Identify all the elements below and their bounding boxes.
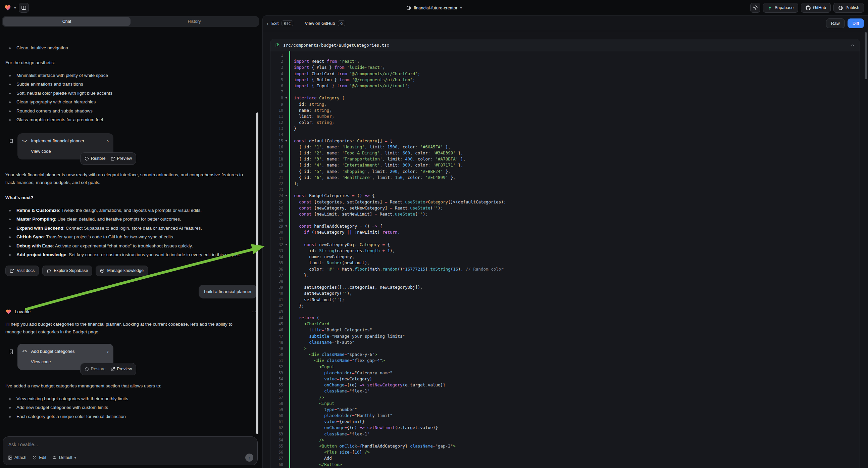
code-line: 13} — [271, 125, 860, 131]
bullet-item: Each category gets a unique color for vi… — [5, 412, 250, 421]
send-button[interactable]: ↑ — [245, 454, 253, 462]
code-line: 42 }; — [271, 303, 860, 309]
chevron-right-icon: › — [107, 348, 109, 355]
restore-button[interactable]: Restore — [85, 365, 106, 373]
bullet-list: Clean, intuitive navigation — [5, 43, 257, 53]
visit-docs-button[interactable]: Visit docs — [5, 266, 39, 276]
collapse-chevron-up-icon[interactable] — [850, 43, 855, 48]
code-line: 15▼const defaultCategories: Category[] =… — [271, 138, 860, 144]
code-line: 28 — [271, 217, 860, 223]
code-line: 11 limit: number; — [271, 114, 860, 119]
suggestion-chips: Visit docs Explore Supabase Manage knowl… — [5, 266, 257, 276]
code-line: 39 setCategories([...categories, newCate… — [271, 284, 860, 290]
manage-knowledge-button[interactable]: Manage knowledge — [96, 266, 148, 276]
logo-chevron-down-icon[interactable]: ▾ — [14, 6, 16, 10]
chat-history-tabs: Chat History — [2, 16, 259, 27]
code-line: 16 { id: '1', name: 'Housing', limit: 15… — [271, 144, 860, 150]
code-line: 14 — [271, 131, 860, 138]
restore-button[interactable]: Restore — [85, 155, 106, 163]
settings-button[interactable] — [750, 3, 760, 13]
esc-key-badge: ESC — [281, 21, 293, 26]
code-line: 24▼const BudgetCategories = () => { — [271, 193, 860, 199]
code-panel-scrollbar[interactable] — [865, 32, 867, 79]
project-switcher[interactable]: financial-future-creator ▾ — [406, 0, 462, 16]
code-line: 26 const [newCategory, setNewCategory] =… — [271, 205, 860, 211]
code-line: 10 name: string; — [271, 108, 860, 114]
preview-button[interactable]: Preview — [111, 365, 132, 373]
publish-globe-icon — [838, 5, 843, 10]
bookmark-icon[interactable] — [9, 138, 14, 144]
tab-history[interactable]: History — [130, 17, 258, 26]
bullet-item: Add project knowledge: Set key context o… — [5, 251, 250, 260]
code-line: 64 /> — [271, 437, 860, 443]
view-on-github-button[interactable]: View on GitHub — [305, 21, 335, 26]
lovable-app: ▾ financial-future-creator ▾ Supabase — [0, 0, 868, 468]
file-header[interactable]: src/components/budget/BudgetCategories.t… — [271, 39, 860, 51]
chat-input[interactable] — [8, 442, 252, 447]
bullet-item: Add new budget categories with custom li… — [5, 403, 250, 412]
ready-paragraph: Your sleek financial planner is now read… — [5, 171, 250, 186]
edit-button[interactable]: Edit — [32, 455, 46, 460]
assistant-header: Lovable ⋯ — [5, 308, 257, 316]
code-editor[interactable]: 1 2import React from 'react';3import { P… — [271, 51, 860, 468]
supabase-button[interactable]: Supabase — [763, 3, 798, 13]
code-line: 41 setNewLimit(''); — [271, 297, 860, 303]
help-paragraph: I'll help you add budget categories to t… — [5, 320, 250, 336]
code-line: 27 const [newLimit, setNewLimit] = React… — [271, 211, 860, 217]
code-line: 29▼ const handleAddCategory = () => { — [271, 223, 860, 229]
chat-scrollbar[interactable] — [256, 113, 258, 434]
version-actions: Restore Preview — [80, 363, 136, 375]
tab-chat[interactable]: Chat — [3, 17, 130, 26]
preview-button[interactable]: Preview — [111, 155, 132, 163]
code-line: 44 return ( — [271, 315, 860, 321]
mode-select[interactable]: Default ▾ — [52, 455, 76, 460]
exit-button[interactable]: Exit — [272, 21, 279, 26]
bullet-item: Expand with Backend: Connect Supabase to… — [5, 224, 250, 233]
code-line: 63 className="flex-1" — [271, 431, 860, 437]
chat-scroll-area[interactable]: Clean, intuitive navigation For the desi… — [0, 43, 262, 434]
github-label: GitHub — [813, 5, 826, 10]
code-line: 45 <ChartCard — [271, 321, 860, 327]
file-added-icon — [275, 42, 280, 48]
raw-toggle-button[interactable]: Raw — [826, 19, 845, 28]
code-line: 62 onChange={(e) => setNewLimit(e.target… — [271, 425, 860, 431]
code-line: 58 <Input — [271, 401, 860, 407]
code-view-panel: ‹ Exit ESC View on GitHub G Raw Diff src… — [262, 16, 868, 468]
bullet-item: Refine & Customize: Tweak the design, an… — [5, 206, 250, 215]
bullet-item: Debug with Ease: Activate our experiment… — [5, 242, 250, 251]
bullet-item: View existing budget categories with the… — [5, 394, 250, 404]
publish-button[interactable]: Publish — [833, 3, 864, 13]
code-line: 9 id: string; — [271, 101, 860, 108]
code-line: 22]; — [271, 181, 860, 187]
sidebar-toggle-button[interactable] — [19, 3, 29, 13]
code-line: 19 { id: '4', name: 'Entertainment', lim… — [271, 162, 860, 168]
bullet-item: Clean, intuitive navigation — [5, 43, 250, 53]
lovable-logo-icon[interactable] — [4, 4, 11, 11]
code-line: 35 limit: Number(newLimit), — [271, 260, 860, 266]
github-icon — [806, 5, 811, 10]
code-line: 53 placeholder="Category name" — [271, 370, 860, 376]
version-card-wrap: <> Implement financial planner › View co… — [18, 133, 118, 159]
code-line: 32▼ const newCategoryObj: Category = { — [271, 242, 860, 248]
code-icon: <> — [22, 137, 28, 145]
bullet-list: View existing budget categories with the… — [5, 394, 257, 421]
code-line: 20 { id: '5', name: 'Shopping', limit: 2… — [271, 169, 860, 175]
code-line: 37 }; — [271, 272, 860, 278]
code-line: 21 { id: '6', name: 'Healthcare', limit:… — [271, 175, 860, 181]
g-key-badge: G — [338, 21, 345, 26]
code-line: 68 </Button> — [271, 462, 860, 468]
code-line: 54 value={newCategory} — [271, 376, 860, 382]
code-toolbar: ‹ Exit ESC View on GitHub G Raw Diff — [263, 16, 868, 31]
attach-button[interactable]: Attach — [8, 455, 26, 460]
bookmark-icon[interactable] — [9, 349, 14, 355]
diff-toggle-button[interactable]: Diff — [847, 19, 864, 28]
supabase-label: Supabase — [775, 5, 794, 10]
code-line: 30 if (!newCategory || !newLimit) return… — [271, 229, 860, 235]
code-line: 50 <div className="space-y-6"> — [271, 351, 860, 357]
github-button[interactable]: GitHub — [801, 3, 831, 13]
composer: Attach Edit Default ▾ ↑ — [3, 436, 258, 465]
user-message: build a financial planner — [198, 285, 257, 298]
explore-supabase-button[interactable]: Explore Supabase — [42, 266, 92, 276]
code-line: 12 color: string; — [271, 119, 860, 125]
code-line: 55 onChange={(e) => setNewCategory(e.tar… — [271, 382, 860, 388]
